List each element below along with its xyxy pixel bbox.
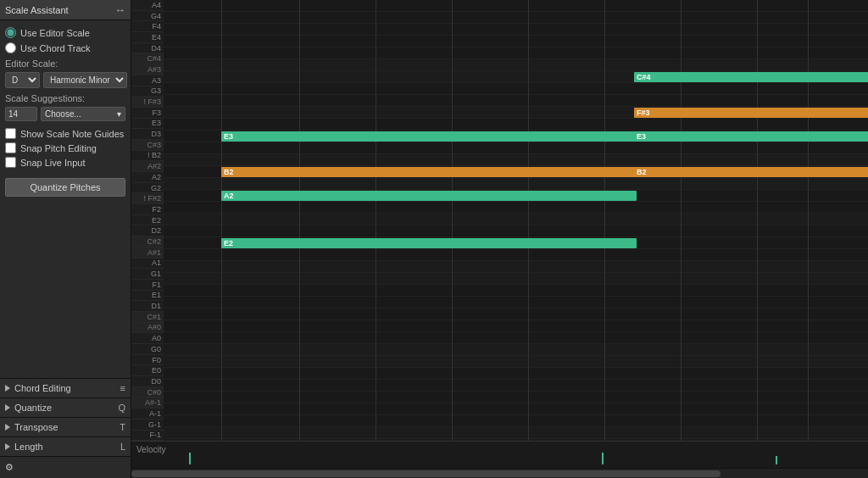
grid-row (164, 368, 868, 380)
note-label: ! F#3 (131, 97, 164, 108)
note-block[interactable]: E2 (221, 238, 637, 248)
grid-row (164, 119, 868, 131)
grid-row (164, 344, 868, 356)
snap-pitch-label: Snap Pitch Editing (20, 143, 97, 153)
suggestions-count-input[interactable] (5, 107, 37, 121)
show-scale-guides-row: Show Scale Note Guides (5, 128, 125, 139)
note-label: A2 (131, 172, 164, 183)
note-label: E3 (131, 119, 164, 130)
quantize-header[interactable]: Quantize Q (0, 398, 131, 417)
note-label: A#1 (131, 247, 164, 258)
panel-header[interactable]: Scale Assistant ↔ (0, 0, 131, 20)
note-label: C#4 (131, 53, 164, 64)
note-label: D2 (131, 225, 164, 236)
editor-scale-radio[interactable] (5, 27, 16, 38)
snap-live-checkbox[interactable] (5, 157, 16, 168)
gear-section[interactable]: ⚙ (0, 456, 131, 478)
grid-row (164, 285, 868, 297)
note-label: G1 (131, 269, 164, 280)
note-label: D0 (131, 376, 164, 387)
note-label: ! B2 (131, 151, 164, 162)
chord-track-radio[interactable] (5, 42, 16, 53)
note-labels-column: A4G4F4E4D4C#4A#3A3G3! F#3F3E3D3C#3! B2A#… (131, 0, 164, 441)
grid-row (164, 178, 868, 190)
grid-row (164, 36, 868, 47)
bar-line (757, 0, 758, 441)
grid-row (164, 249, 868, 261)
editor-scale-label: Use Editor Scale (20, 28, 90, 38)
note-block[interactable]: C#4 (634, 72, 868, 82)
chord-editing-triangle (5, 385, 10, 392)
chord-editing-section: Chord Editing ≡ (0, 378, 131, 397)
note-label: F0 (131, 355, 164, 366)
scroll-thumb[interactable] (131, 470, 721, 477)
note-block[interactable]: A2 (221, 191, 637, 201)
bar-line (452, 0, 453, 441)
bar-line (299, 0, 300, 441)
transpose-title: Transpose (5, 422, 58, 432)
suggestions-chevron-icon: ▾ (117, 109, 121, 119)
note-block[interactable]: E3 (634, 131, 868, 142)
grid-row (164, 308, 868, 320)
note-label: F1 (131, 280, 164, 291)
panel-collapse-icon[interactable]: ↔ (114, 3, 125, 16)
grid-row (164, 273, 868, 285)
note-label: G2 (131, 183, 164, 194)
note-block[interactable]: E3 (221, 131, 637, 142)
grid-row (164, 392, 868, 403)
snap-pitch-checkbox[interactable] (5, 142, 16, 153)
length-header[interactable]: Length L (0, 437, 131, 456)
quantize-label: Quantize (14, 403, 52, 413)
quantize-key-icon: Q (118, 403, 125, 413)
note-label: F3 (131, 108, 164, 119)
transpose-header[interactable]: Transpose T (0, 418, 131, 436)
note-label: D3 (131, 129, 164, 140)
note-label: F-1 (131, 431, 164, 442)
grid-row (164, 47, 868, 59)
chord-editing-title: Chord Editing (5, 383, 71, 393)
note-block[interactable]: B2 (634, 167, 868, 177)
note-label: A4 (131, 0, 164, 11)
note-block[interactable]: F#3 (634, 108, 868, 118)
root-note-select[interactable]: DCC#Db EFGAB (5, 72, 40, 88)
scale-selects-row: DCC#Db EFGAB Harmonic Minor MajorMinorDo… (5, 72, 125, 88)
snap-pitch-row: Snap Pitch Editing (5, 142, 125, 153)
grid-row (164, 332, 868, 344)
note-label: A#3 (131, 64, 164, 75)
length-title: Length (5, 442, 43, 452)
note-label: C#2 (131, 236, 164, 247)
horizontal-scrollbar[interactable] (131, 468, 868, 478)
quantize-section: Quantize Q (0, 397, 131, 417)
note-block[interactable]: B2 (221, 167, 637, 177)
scale-type-select[interactable]: Harmonic Minor MajorMinorDorian Mixolydi… (43, 72, 127, 88)
show-scale-guides-checkbox[interactable] (5, 128, 16, 139)
gear-icon[interactable]: ⚙ (5, 462, 14, 472)
note-label: A0 (131, 333, 164, 344)
velocity-tick (602, 453, 604, 464)
grid-area[interactable]: C#4F#3E3E3B2B2A2E2 (164, 0, 868, 441)
note-label: G3 (131, 86, 164, 97)
length-key-icon: L (120, 442, 125, 452)
grid-row (164, 95, 868, 107)
grid-row (164, 0, 868, 12)
grid-row (164, 261, 868, 273)
chord-editing-header[interactable]: Chord Editing ≡ (0, 379, 131, 397)
chord-editing-label: Chord Editing (14, 383, 71, 393)
note-label: E2 (131, 215, 164, 226)
velocity-tick (776, 456, 777, 464)
note-label: F2 (131, 204, 164, 215)
chord-track-radio-row: Use Chord Track (5, 42, 125, 53)
transpose-key-icon: T (120, 422, 125, 432)
grid-row (164, 403, 868, 415)
grid-row (164, 154, 868, 166)
snap-live-label: Snap Live Input (20, 158, 85, 168)
editor-scale-section-label: Editor Scale: (5, 58, 125, 69)
transpose-triangle (5, 424, 10, 431)
bar-line (528, 0, 529, 441)
quantize-pitches-button[interactable]: Quantize Pitches (5, 178, 125, 197)
panel-body: Use Editor Scale Use Chord Track Editor … (0, 20, 131, 378)
velocity-tick (189, 453, 191, 464)
note-label: ! F#2 (131, 193, 164, 204)
suggestions-choose-btn[interactable]: Choose... ▾ (41, 107, 125, 121)
grid-row (164, 202, 868, 214)
